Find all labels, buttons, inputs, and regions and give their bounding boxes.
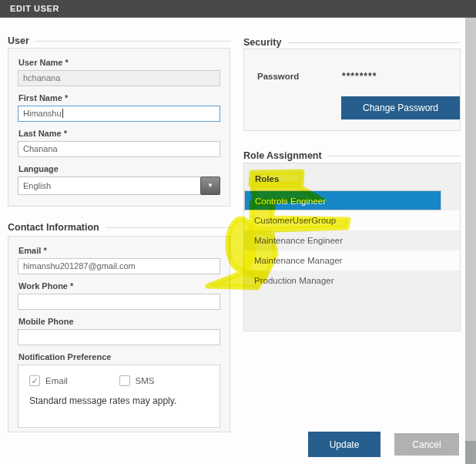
role-option-maintenance-engineer[interactable]: Maintenance Engineer — [244, 230, 460, 250]
work-phone-field[interactable] — [18, 294, 220, 310]
roles-list-header: Roles — [255, 174, 451, 183]
heading-rule — [287, 42, 461, 43]
heading-rule — [35, 41, 231, 42]
contact-section-heading: Contact Information — [8, 222, 231, 233]
role-option-customerusergroup[interactable]: CustomerUserGroup — [244, 210, 460, 230]
right-edge-corner — [465, 441, 476, 464]
password-masked-value: ******** — [342, 71, 377, 82]
security-panel: Password ******** Change Password — [243, 49, 461, 131]
last-name-field[interactable]: Chanana — [18, 141, 220, 157]
roles-list: Controls Engineer CustomerUserGroup Main… — [253, 190, 451, 291]
password-label: Password — [257, 72, 342, 81]
user-panel: User Name * hchanana First Name * Himans… — [8, 48, 230, 207]
roles-panel: Roles Controls Engineer CustomerUserGrou… — [243, 163, 461, 331]
mobile-phone-field[interactable] — [18, 329, 220, 345]
work-phone-label: Work Phone * — [18, 281, 220, 291]
user-name-label: User Name * — [18, 58, 220, 67]
language-select[interactable]: English ▼ — [18, 177, 220, 195]
contact-panel: Email * himanshu201287@gmail.com Work Ph… — [8, 236, 230, 432]
page-title: EDIT USER — [10, 4, 59, 13]
security-section-heading: Security — [243, 37, 461, 48]
email-label: Email * — [18, 246, 220, 255]
language-label: Language — [18, 164, 220, 173]
window-title-bar: EDIT USER — [0, 0, 476, 18]
right-edge-strip — [465, 18, 476, 464]
sms-checkbox[interactable] — [119, 375, 130, 386]
last-name-value: Chanana — [23, 144, 58, 153]
notification-preference-label: Notification Preference — [18, 352, 220, 361]
first-name-field[interactable]: Himanshu — [18, 106, 220, 122]
contact-section-title: Contact Information — [8, 222, 99, 233]
message-rates-note: Standard message rates may apply. — [29, 395, 209, 406]
role-option-production-manager[interactable]: Production Manager — [244, 271, 460, 291]
email-field[interactable]: himanshu201287@gmail.com — [18, 258, 220, 274]
user-name-field[interactable]: hchanana — [18, 70, 220, 86]
user-section-title: User — [8, 35, 29, 46]
first-name-value: Himanshu — [23, 109, 62, 118]
security-section-title: Security — [243, 37, 281, 48]
sms-checkbox-label: SMS — [136, 376, 155, 385]
check-icon: ✓ — [31, 376, 38, 386]
first-name-label: First Name * — [18, 93, 220, 103]
language-value: English — [23, 181, 51, 190]
cancel-button[interactable]: Cancel — [394, 433, 459, 456]
last-name-label: Last Name * — [18, 129, 220, 138]
user-section-heading: User — [8, 35, 231, 46]
chevron-down-icon[interactable]: ▼ — [200, 177, 220, 195]
email-checkbox-label: Email — [45, 376, 68, 385]
heading-rule — [328, 156, 461, 156]
role-option-maintenance-manager[interactable]: Maintenance Manager — [244, 250, 460, 271]
email-value: himanshu201287@gmail.com — [23, 261, 136, 271]
mobile-phone-label: Mobile Phone — [18, 317, 220, 326]
update-button[interactable]: Update — [308, 432, 380, 457]
notification-preference-box: ✓ Email SMS Standard message rates may a… — [18, 365, 220, 428]
edit-user-page: EDIT USER User User Name * hchanana Firs… — [0, 0, 476, 464]
email-checkbox[interactable]: ✓ — [29, 375, 40, 386]
role-section-title: Role Assignment — [243, 150, 322, 161]
user-name-value: hchanana — [23, 73, 60, 82]
change-password-button[interactable]: Change Password — [341, 96, 460, 119]
role-section-heading: Role Assignment — [243, 150, 461, 161]
role-option-controls-engineer[interactable]: Controls Engineer — [244, 190, 441, 210]
heading-rule — [106, 227, 231, 228]
text-caret — [62, 109, 63, 118]
